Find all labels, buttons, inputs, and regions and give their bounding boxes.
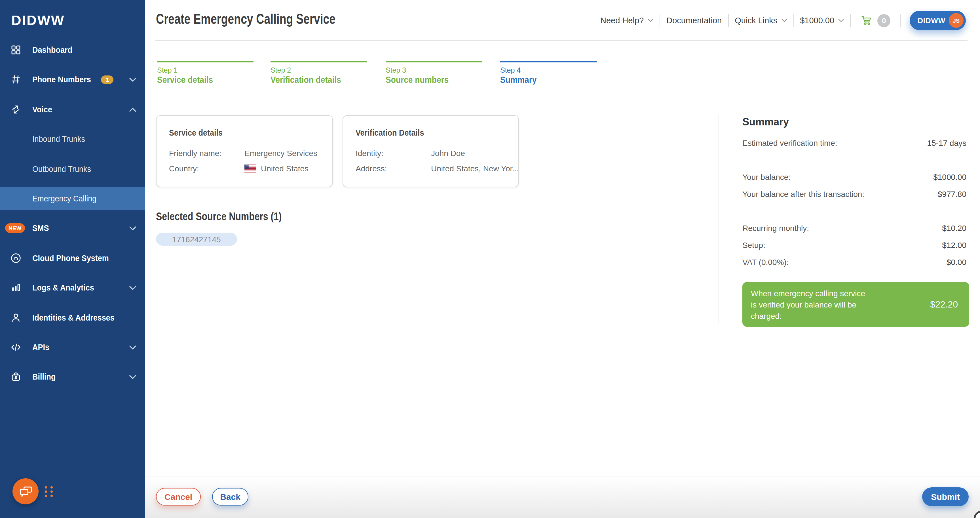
account-button[interactable]: DIDWW JS (910, 11, 966, 30)
divider (719, 115, 719, 324)
sidebar-item-apis[interactable]: APIs (0, 336, 145, 359)
step-3[interactable]: Step 3 Source numbers (386, 61, 482, 85)
chevron-down-icon (648, 19, 653, 22)
summary-row: Recurring monthly:$10.20 (742, 223, 966, 233)
bar-chart-icon (10, 282, 22, 293)
chevron-down-icon (129, 286, 136, 290)
chevron-down-icon (129, 227, 136, 231)
voice-arrows-icon (10, 104, 22, 115)
step-bar (270, 61, 367, 62)
sidebar-item-dashboard[interactable]: Dashboard (0, 38, 145, 61)
app-grid-dots[interactable] (44, 486, 54, 497)
need-help-menu[interactable]: Need Help? (600, 16, 653, 25)
cart-icon (860, 14, 873, 27)
app: DIDWW Dashboard Phone Numbers 1 Voice In… (0, 0, 980, 518)
chevron-up-icon (129, 108, 136, 112)
new-badge: NEW (5, 223, 25, 233)
person-icon (10, 312, 22, 323)
divider (660, 14, 660, 27)
divider (793, 14, 794, 27)
step-bar (386, 61, 482, 62)
summary-row: Your balance after this transaction:$977… (742, 190, 966, 199)
top-nav: Need Help? Documentation Quick Links $10… (600, 11, 966, 30)
step-1[interactable]: Step 1 Service details (157, 61, 253, 85)
sidebar-item-cloud-phone-system[interactable]: Cloud Phone System (0, 247, 145, 269)
step-4[interactable]: Step 4 Summary (500, 61, 597, 85)
sidebar-item-outbound-trunks[interactable]: Outbound Trunks (0, 158, 145, 180)
step-bar (500, 61, 597, 62)
chevron-down-icon (781, 19, 787, 22)
sidebar-item-billing[interactable]: Billing (0, 366, 145, 388)
sidebar-item-inbound-trunks[interactable]: Inbound Trunks (0, 128, 145, 150)
chevron-down-icon (129, 346, 136, 349)
submit-button[interactable]: Submit (922, 488, 969, 506)
field-value: Emergency Services (245, 149, 317, 158)
notice-amount: $22.20 (930, 299, 958, 309)
divider (850, 14, 851, 27)
summary-notice: When emergency calling service is verifi… (742, 282, 969, 327)
field-value: United States (245, 164, 309, 173)
back-button[interactable]: Back (212, 488, 248, 505)
field-label: Identity: (356, 149, 431, 158)
summary-row: Setup:$12.00 (742, 241, 966, 250)
sidebar-item-phone-numbers[interactable]: Phone Numbers 1 (0, 69, 145, 91)
didww-logo: DIDWW (11, 13, 65, 29)
us-flag-icon (245, 164, 256, 172)
chevron-down-icon (129, 375, 136, 379)
field-value: United States, New Yor... (431, 164, 519, 173)
step-bar (157, 61, 253, 62)
sidebar-item-emergency-calling[interactable]: Emergency Calling (0, 187, 145, 210)
summary-heading: Summary (742, 116, 789, 128)
divider (900, 14, 900, 27)
summary-row: Estimated verification time:15-17 days (742, 139, 966, 148)
verification-details-card: Verification Details Identity: John Doe … (342, 115, 519, 187)
avatar: JS (949, 13, 964, 28)
page-title: Create Emergency Calling Service (156, 11, 386, 27)
phone-circle-icon (10, 252, 22, 264)
quick-links-menu[interactable]: Quick Links (735, 16, 787, 25)
documentation-link[interactable]: Documentation (667, 16, 722, 25)
field-value: John Doe (431, 149, 465, 158)
divider (728, 14, 729, 27)
divider (155, 40, 967, 41)
field-label: Friendly name: (169, 149, 245, 158)
sidebar-item-logs-analytics[interactable]: Logs & Analytics (0, 276, 145, 299)
cancel-button[interactable]: Cancel (156, 488, 201, 505)
dashboard-icon (10, 44, 22, 56)
sidebar-item-sms[interactable]: NEW SMS (0, 217, 145, 240)
divider (155, 103, 967, 103)
field-label: Address: (356, 164, 431, 173)
chat-icon (18, 484, 33, 499)
phone-numbers-badge: 1 (101, 75, 113, 84)
summary-row: VAT (0.00%):$0.00 (742, 258, 966, 267)
source-numbers-heading: Selected Source Numbers (1) (156, 210, 306, 223)
billing-bag-icon (10, 371, 22, 383)
balance-menu[interactable]: $1000.00 (800, 16, 844, 25)
sidebar: DIDWW Dashboard Phone Numbers 1 Voice In… (0, 0, 145, 518)
footer (145, 477, 980, 518)
cart-count-badge: 0 (877, 14, 890, 27)
summary-row: Your balance:$1000.00 (742, 172, 966, 182)
hash-icon (10, 74, 22, 85)
sidebar-item-voice[interactable]: Voice (0, 98, 145, 121)
source-number-chip: 17162427145 (156, 233, 237, 245)
chat-button[interactable] (13, 478, 38, 504)
code-icon (10, 341, 22, 353)
field-label: Country: (169, 164, 245, 173)
chevron-down-icon (129, 78, 136, 82)
cart-button[interactable]: 0 (860, 14, 890, 27)
service-details-card: Service details Friendly name: Emergency… (156, 115, 333, 187)
chevron-down-icon (838, 19, 844, 22)
step-2[interactable]: Step 2 Verification details (270, 61, 367, 85)
sidebar-item-identities-addresses[interactable]: Identities & Addresses (0, 306, 145, 329)
